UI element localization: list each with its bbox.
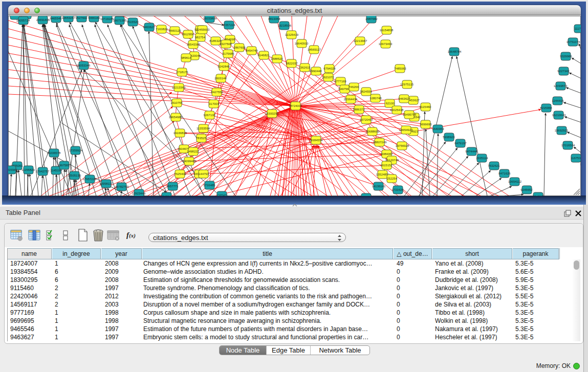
svg-text:10025438: 10025438 [390, 108, 404, 112]
svg-text:7632621: 7632621 [488, 164, 500, 167]
svg-text:19166825: 19166825 [173, 132, 187, 135]
svg-text:1527602: 1527602 [75, 16, 88, 19]
svg-text:17942757: 17942757 [36, 170, 50, 173]
svg-text:10719185: 10719185 [100, 17, 114, 20]
svg-text:14055724: 14055724 [16, 19, 30, 22]
svg-text:3822037: 3822037 [286, 62, 298, 65]
svg-text:5716485: 5716485 [203, 184, 215, 187]
svg-text:1610755: 1610755 [170, 101, 183, 104]
svg-text:8813054: 8813054 [268, 17, 280, 20]
svg-text:2935114: 2935114 [476, 157, 489, 160]
svg-text:924564: 924564 [161, 195, 172, 198]
svg-text:15720407: 15720407 [360, 118, 374, 121]
svg-text:2867608: 2867608 [233, 46, 246, 49]
svg-text:7485063: 7485063 [394, 67, 406, 70]
svg-text:1065411: 1065411 [216, 194, 229, 197]
svg-text:9115460: 9115460 [420, 105, 432, 108]
svg-text:12093873: 12093873 [554, 84, 568, 87]
svg-text:3267130: 3267130 [203, 114, 215, 117]
svg-text:11353594: 11353594 [197, 127, 210, 130]
svg-text:19218506: 19218506 [278, 24, 292, 27]
svg-text:317004: 317004 [209, 102, 220, 105]
svg-text:62100: 62100 [386, 102, 395, 105]
svg-text:16033809: 16033809 [203, 17, 217, 20]
svg-text:9463627: 9463627 [143, 26, 155, 29]
svg-text:129234: 129234 [361, 196, 372, 199]
svg-text:10654112: 10654112 [508, 180, 522, 183]
svg-text:9463627: 9463627 [398, 97, 410, 100]
svg-text:12213967: 12213967 [354, 39, 367, 42]
svg-text:9474444: 9474444 [465, 150, 477, 153]
svg-text:8990448: 8990448 [310, 70, 322, 73]
svg-text:11156829: 11156829 [21, 168, 35, 171]
svg-text:1733426: 1733426 [391, 188, 404, 191]
svg-text:10973493: 10973493 [379, 42, 393, 46]
svg-text:16640910: 16640910 [295, 42, 309, 45]
svg-text:20691406: 20691406 [36, 18, 50, 21]
svg-text:19384554: 19384554 [309, 139, 323, 142]
svg-text:14569117: 14569117 [308, 48, 321, 51]
svg-text:9327508: 9327508 [220, 42, 232, 46]
svg-text:1080748: 1080748 [369, 97, 382, 100]
svg-text:989614: 989614 [181, 56, 192, 59]
svg-text:3824554: 3824554 [360, 90, 372, 93]
svg-text:6479197: 6479197 [454, 142, 467, 145]
svg-text:3912954: 3912954 [182, 33, 194, 36]
svg-text:783525: 783525 [196, 137, 207, 140]
svg-text:7357224: 7357224 [223, 24, 235, 27]
svg-text:18807249: 18807249 [373, 141, 387, 144]
svg-text:16782759: 16782759 [115, 185, 129, 188]
svg-text:9227343: 9227343 [557, 70, 570, 73]
svg-text:9699695: 9699695 [420, 123, 432, 126]
svg-text:17016504: 17016504 [561, 144, 575, 147]
svg-text:16543382: 16543382 [187, 43, 201, 46]
svg-text:9242848: 9242848 [217, 65, 230, 68]
svg-text:11325419: 11325419 [285, 33, 299, 36]
svg-text:15751074: 15751074 [567, 40, 580, 43]
svg-text:9329966: 9329966 [560, 55, 572, 58]
svg-text:8471626: 8471626 [498, 172, 511, 175]
svg-text:982754: 982754 [195, 36, 206, 39]
svg-text:10653267: 10653267 [62, 16, 76, 19]
svg-text:14099489: 14099489 [183, 160, 197, 163]
svg-text:19975857: 19975857 [58, 164, 72, 167]
svg-text:5938923: 5938923 [443, 136, 455, 139]
svg-text:9146821: 9146821 [257, 54, 270, 57]
svg-text:15692921: 15692921 [555, 129, 569, 132]
svg-text:1640953: 1640953 [432, 127, 444, 130]
svg-text:2687682: 2687682 [365, 17, 378, 20]
svg-text:8660125: 8660125 [169, 29, 181, 32]
svg-text:16154838: 16154838 [380, 29, 394, 32]
svg-text:19654985: 19654985 [169, 116, 183, 119]
svg-text:2718176: 2718176 [176, 71, 188, 74]
svg-text:924565: 924565 [533, 195, 544, 198]
svg-text:7515520: 7515520 [126, 20, 139, 24]
svg-text:20364436: 20364436 [344, 98, 358, 101]
svg-text:14136141: 14136141 [372, 185, 386, 188]
svg-text:10688609: 10688609 [366, 130, 380, 133]
svg-text:9657771: 9657771 [166, 185, 179, 188]
svg-text:7886372: 7886372 [353, 108, 365, 111]
svg-text:9465546: 9465546 [50, 17, 62, 20]
svg-text:1621072: 1621072 [322, 76, 334, 79]
svg-text:17957225: 17957225 [83, 178, 97, 181]
svg-text:3175685: 3175685 [222, 52, 234, 55]
svg-text:15300293: 15300293 [265, 112, 279, 115]
svg-text:16671385: 16671385 [113, 19, 127, 22]
svg-text:19654923: 19654923 [399, 128, 413, 132]
svg-text:29053346: 29053346 [77, 64, 91, 67]
svg-text:8454749: 8454749 [246, 49, 258, 52]
svg-text:12505135: 12505135 [68, 174, 81, 177]
svg-text:8215958: 8215958 [540, 106, 552, 110]
svg-text:20206578: 20206578 [47, 151, 61, 155]
svg-text:12923446: 12923446 [132, 192, 146, 195]
svg-text:12213369: 12213369 [172, 86, 186, 89]
svg-text:7625402: 7625402 [174, 172, 186, 176]
svg-text:144793: 144793 [199, 172, 209, 176]
svg-text:252254: 252254 [387, 177, 398, 180]
svg-text:18724007: 18724007 [289, 104, 302, 107]
svg-text:12975115: 12975115 [400, 83, 414, 86]
svg-text:2603144: 2603144 [214, 77, 227, 80]
svg-text:9084067: 9084067 [381, 152, 393, 156]
svg-text:116753: 116753 [571, 157, 581, 160]
